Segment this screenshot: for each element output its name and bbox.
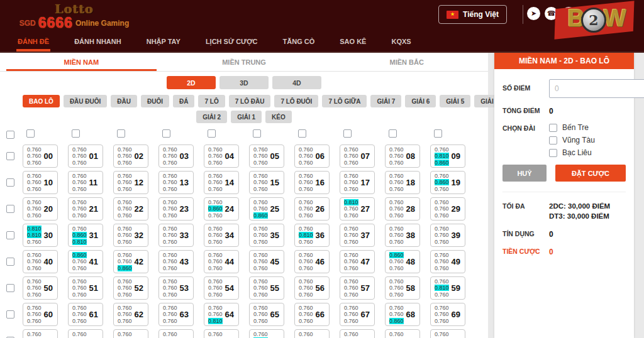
row-checkbox-4[interactable] — [6, 258, 14, 266]
language-selector-button[interactable]: ★ Tiếng Việt — [438, 5, 507, 24]
number-cell-08[interactable]: 0.7600.760080.760 — [385, 144, 420, 168]
number-cell-75[interactable]: 0.7600.810750.760 — [249, 329, 284, 338]
number-cell-29[interactable]: 0.7600.760290.760 — [430, 197, 465, 221]
number-cell-73[interactable]: 0.7600.760730.760 — [158, 329, 194, 338]
number-cell-52[interactable]: 0.7600.760520.760 — [113, 276, 148, 300]
bet-type-kéo[interactable]: KÉO — [265, 111, 292, 123]
number-cell-07[interactable]: 0.7600.760070.760 — [340, 144, 375, 168]
tab-region-miền-trung[interactable]: MIỀN TRUNG — [163, 53, 326, 71]
number-cell-28[interactable]: 0.7600.760280.760 — [385, 197, 420, 221]
row-checkbox-2[interactable] — [6, 205, 14, 213]
number-cell-21[interactable]: 0.7600.760210.760 — [68, 197, 103, 221]
number-cell-06[interactable]: 0.7600.760060.760 — [294, 144, 330, 168]
row-checkbox-0[interactable] — [6, 152, 14, 160]
bet-type-giải-5[interactable]: GIẢI 5 — [440, 95, 470, 107]
number-cell-17[interactable]: 0.7600.760170.760 — [340, 171, 375, 194]
number-cell-14[interactable]: 0.7600.760140.760 — [204, 171, 239, 194]
site-logo[interactable]: Lotto SGD 6666 Online Gaming — [18, 2, 131, 31]
number-cell-10[interactable]: 0.7600.760100.760 — [23, 171, 58, 194]
number-cell-19[interactable]: 0.7600.860190.760 — [430, 171, 465, 194]
column-checkbox-9[interactable] — [434, 129, 442, 138]
number-cell-18[interactable]: 0.7600.760180.760 — [385, 171, 420, 194]
number-cell-46[interactable]: 0.7600.760460.760 — [294, 250, 330, 273]
select-all-checkbox[interactable] — [6, 131, 14, 139]
bet-type-7-lô[interactable]: 7 LÔ — [198, 95, 225, 107]
number-cell-16[interactable]: 0.7600.760160.760 — [294, 171, 330, 194]
tab-digit-2d[interactable]: 2D — [167, 76, 216, 89]
station-checkbox[interactable] — [549, 136, 557, 144]
number-cell-45[interactable]: 0.7600.760450.760 — [249, 250, 284, 273]
number-cell-71[interactable]: 0.7600.760710.760 — [68, 329, 103, 338]
number-cell-44[interactable]: 0.7600.760440.760 — [204, 250, 239, 273]
number-cell-24[interactable]: 0.7600.860240.760 — [204, 197, 239, 221]
number-cell-37[interactable]: 0.7600.760370.760 — [340, 224, 375, 247]
number-cell-42[interactable]: 0.7600.760420.860 — [113, 250, 148, 273]
column-checkbox-5[interactable] — [253, 129, 261, 138]
number-cell-47[interactable]: 0.7600.760470.760 — [340, 250, 375, 273]
row-checkbox-1[interactable] — [6, 178, 14, 187]
bet-type-giải-2[interactable]: GIẢI 2 — [196, 111, 227, 123]
tab-digit-4d[interactable]: 4D — [272, 76, 321, 89]
number-cell-03[interactable]: 0.7600.760030.760 — [158, 144, 194, 168]
number-cell-67[interactable]: 0.7600.760670.760 — [340, 303, 375, 326]
nav-item-đánh-đề[interactable]: ĐÁNH ĐỀ — [16, 33, 50, 52]
b2w-logo[interactable]: B 2 W — [550, 0, 643, 40]
bet-type-7-lô-đầu[interactable]: 7 LÔ ĐẦU — [229, 95, 271, 107]
number-cell-65[interactable]: 0.7600.760650.760 — [249, 303, 284, 326]
number-cell-41[interactable]: 0.8600.760410.760 — [68, 250, 103, 273]
bet-type-7-lô-đuôi[interactable]: 7 LÔ ĐUÔI — [274, 95, 318, 107]
column-checkbox-4[interactable] — [208, 129, 216, 138]
number-cell-54[interactable]: 0.7600.760540.760 — [204, 276, 239, 300]
number-cell-09[interactable]: 0.7600.810090.860 — [430, 144, 465, 168]
nav-item-tăng-cò[interactable]: TĂNG CÒ — [282, 33, 316, 52]
number-cell-76[interactable]: 0.7600.760760.760 — [294, 329, 330, 338]
nav-item-kqxs[interactable]: KQXS — [390, 33, 412, 52]
number-cell-25[interactable]: 0.7600.760250.860 — [249, 197, 284, 221]
points-input[interactable] — [549, 79, 644, 98]
bet-type-giải-6[interactable]: GIẢI 6 — [405, 95, 436, 107]
number-cell-39[interactable]: 0.7600.760390.760 — [430, 224, 465, 247]
number-cell-20[interactable]: 0.7600.760200.760 — [23, 197, 58, 221]
number-cell-43[interactable]: 0.7600.760430.760 — [158, 250, 194, 273]
number-cell-15[interactable]: 0.7600.760150.760 — [249, 171, 284, 194]
number-cell-51[interactable]: 0.7600.760510.760 — [68, 276, 103, 300]
number-cell-77[interactable]: 0.7600.760770.760 — [340, 329, 375, 338]
row-checkbox-3[interactable] — [6, 231, 14, 239]
number-cell-53[interactable]: 0.7600.760530.760 — [158, 276, 194, 300]
number-cell-69[interactable]: 0.7600.760690.760 — [430, 303, 465, 326]
number-cell-30[interactable]: 0.8100.810300.760 — [23, 224, 58, 247]
telegram-icon[interactable]: ➤ — [527, 7, 540, 20]
number-cell-62[interactable]: 0.7600.760620.760 — [113, 303, 148, 326]
nav-item-lịch-sử-cược[interactable]: LỊCH SỬ CƯỢC — [204, 33, 259, 52]
number-cell-70[interactable]: 0.7600.760700.760 — [23, 329, 58, 338]
number-cell-22[interactable]: 0.7600.760220.760 — [113, 197, 148, 221]
number-cell-59[interactable]: 0.7600.810590.760 — [430, 276, 465, 300]
number-cell-57[interactable]: 0.7600.760570.760 — [340, 276, 375, 300]
number-cell-33[interactable]: 0.7600.760330.760 — [158, 224, 194, 247]
number-cell-61[interactable]: 0.7600.760610.760 — [68, 303, 103, 326]
row-checkbox-5[interactable] — [6, 284, 14, 292]
number-cell-11[interactable]: 0.7600.760110.760 — [68, 171, 103, 194]
number-cell-55[interactable]: 0.7600.760550.760 — [249, 276, 284, 300]
bet-type-đầu-đuôi[interactable]: ĐẦU ĐUÔI — [64, 95, 107, 107]
number-cell-35[interactable]: 0.7600.760350.760 — [249, 224, 284, 247]
number-cell-27[interactable]: 0.8100.760270.760 — [340, 197, 375, 221]
place-bet-button[interactable]: ĐẶT CƯỢC — [555, 165, 626, 182]
bet-type-đá[interactable]: ĐÁ — [173, 95, 194, 107]
bet-type-đầu[interactable]: ĐẦU — [111, 95, 137, 107]
column-checkbox-0[interactable] — [26, 129, 35, 138]
bet-type-giải-7[interactable]: GIẢI 7 — [370, 95, 401, 107]
tab-region-miền-bắc[interactable]: MIỀN BẮC — [325, 53, 488, 71]
column-checkbox-1[interactable] — [72, 129, 80, 138]
number-cell-64[interactable]: 0.7600.760640.810 — [204, 303, 239, 326]
station-checkbox[interactable] — [549, 149, 557, 157]
number-cell-02[interactable]: 0.7600.760020.760 — [113, 144, 148, 168]
number-cell-79[interactable]: 0.7600.760790.760 — [430, 329, 465, 338]
column-checkbox-8[interactable] — [389, 129, 397, 138]
number-cell-26[interactable]: 0.7600.760260.760 — [294, 197, 330, 221]
number-cell-31[interactable]: 0.7600.860310.810 — [68, 224, 103, 247]
bet-type-giải-1[interactable]: GIẢI 1 — [231, 111, 262, 123]
number-cell-40[interactable]: 0.7600.760400.760 — [23, 250, 58, 273]
row-checkbox-6[interactable] — [6, 310, 14, 319]
column-checkbox-6[interactable] — [298, 129, 306, 138]
